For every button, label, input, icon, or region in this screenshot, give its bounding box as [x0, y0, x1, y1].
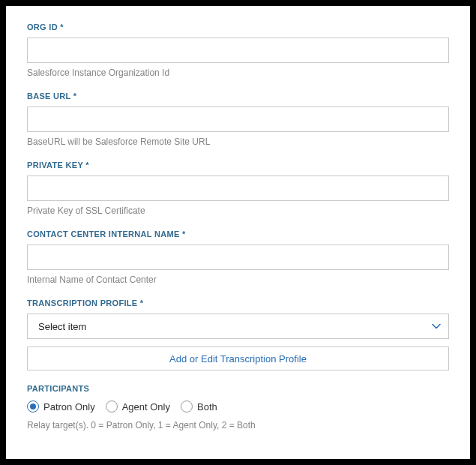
transcription-profile-label: TRANSCRIPTION PROFILE *	[27, 298, 449, 308]
radio-icon	[181, 400, 193, 412]
contact-center-help: Internal Name of Contact Center	[27, 274, 449, 285]
private-key-help: Private Key of SSL Certificate	[27, 206, 449, 216]
transcription-profile-selected-text: Select item	[38, 321, 86, 332]
radio-icon	[27, 400, 39, 412]
private-key-label: PRIVATE KEY *	[27, 160, 449, 170]
radio-label-both: Both	[197, 401, 217, 412]
transcription-profile-group: TRANSCRIPTION PROFILE * Select item Add …	[27, 298, 449, 370]
form-panel: ORG ID * Salesforce Instance Organizatio…	[6, 6, 470, 459]
participants-label: PARTICIPANTS	[27, 384, 449, 393]
private-key-input[interactable]	[27, 176, 449, 201]
transcription-profile-selected: Select item	[27, 314, 449, 339]
participants-radio-patron-only[interactable]: Patron Only	[27, 400, 95, 412]
participants-radio-agent-only[interactable]: Agent Only	[106, 400, 170, 412]
radio-label-agent-only: Agent Only	[122, 401, 170, 412]
add-edit-transcription-profile-button[interactable]: Add or Edit Transcription Profile	[27, 346, 449, 370]
contact-center-label: CONTACT CENTER INTERNAL NAME *	[27, 230, 449, 238]
transcription-profile-select[interactable]: Select item	[27, 314, 449, 339]
base-url-input[interactable]	[27, 106, 449, 132]
base-url-label: BASE URL *	[27, 92, 449, 100]
org-id-help: Salesforce Instance Organization Id	[27, 68, 449, 78]
radio-label-patron-only: Patron Only	[43, 401, 95, 412]
org-id-group: ORG ID * Salesforce Instance Organizatio…	[27, 22, 449, 78]
private-key-group: PRIVATE KEY * Private Key of SSL Certifi…	[27, 160, 449, 216]
participants-help: Relay target(s). 0 = Patron Only, 1 = Ag…	[27, 420, 449, 430]
participants-radio-row: Patron Only Agent Only Both	[27, 400, 449, 412]
radio-icon	[106, 400, 118, 412]
base-url-help: BaseURL will be Salesforce Remote Site U…	[27, 136, 449, 147]
contact-center-input[interactable]	[27, 244, 449, 270]
base-url-group: BASE URL * BaseURL will be Salesforce Re…	[27, 92, 449, 147]
org-id-label: ORG ID *	[27, 22, 449, 32]
participants-group: PARTICIPANTS Patron Only Agent Only Both…	[27, 384, 449, 430]
org-id-input[interactable]	[27, 38, 449, 63]
contact-center-group: CONTACT CENTER INTERNAL NAME * Internal …	[27, 230, 449, 285]
participants-radio-both[interactable]: Both	[181, 400, 217, 412]
